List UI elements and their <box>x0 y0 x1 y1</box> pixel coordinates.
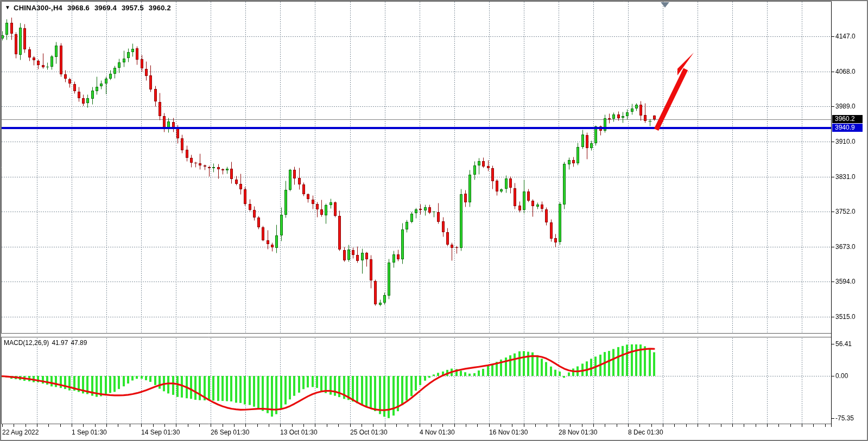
macd-axis-label: 56.41 <box>835 340 852 348</box>
chart-canvas[interactable] <box>0 0 868 441</box>
macd-axis-label: 0.00 <box>835 372 848 380</box>
ohlc-low: 3957.5 <box>122 4 144 12</box>
macd-name: MACD(12,26,9) <box>4 339 49 347</box>
time-axis-label: 25 Oct 01:30 <box>350 429 388 436</box>
time-axis-label: 1 Sep 01:30 <box>72 429 107 436</box>
macd-signal-value: 47.89 <box>71 339 87 347</box>
time-axis-label: 8 Dec 01:30 <box>628 429 663 436</box>
time-axis-label: 14 Sep 01:30 <box>141 429 180 436</box>
symbol-dropdown-icon[interactable]: ▼ <box>5 4 10 10</box>
price-axis-label: 3515.0 <box>835 313 856 321</box>
price-axis-label: 4147.0 <box>835 33 856 40</box>
chart-header: ▼ CHINA300-,H4 3968.6 3969.4 3957.5 3960… <box>5 4 171 12</box>
time-axis-label: 4 Nov 01:30 <box>420 429 455 436</box>
ohlc-close: 3960.2 <box>149 4 171 12</box>
price-axis-label: 3989.0 <box>835 103 856 110</box>
price-axis-label: 3831.0 <box>835 173 856 181</box>
time-axis-label: 28 Nov 01:30 <box>559 429 597 436</box>
price-axis-label: 3673.0 <box>835 243 856 251</box>
time-axis-label: 16 Nov 01:30 <box>489 429 528 436</box>
time-axis-label: 22 Aug 2022 <box>2 429 39 436</box>
price-axis-label: 3752.0 <box>835 208 856 215</box>
support-line-price-badge: 3940.9 <box>832 124 863 132</box>
price-axis-label: 4068.0 <box>835 68 856 75</box>
symbol-period-label: CHINA300-,H4 <box>14 4 62 12</box>
time-axis-label: 26 Sep 01:30 <box>211 429 249 436</box>
time-axis-label: 13 Oct 01:30 <box>280 429 318 436</box>
ohlc-high: 3969.4 <box>94 4 117 12</box>
ohlc-open: 3968.6 <box>67 4 90 12</box>
macd-value: 41.97 <box>52 339 68 347</box>
current-price-badge: 3960.2 <box>832 115 863 123</box>
trading-chart-window: ▼ CHINA300-,H4 3968.6 3969.4 3957.5 3960… <box>0 0 868 441</box>
macd-axis-label: -75.35 <box>835 414 854 422</box>
price-axis-label: 3594.0 <box>835 278 856 285</box>
macd-indicator-label: MACD(12,26,9) 41.97 47.89 <box>4 339 87 347</box>
price-axis-label: 3910.0 <box>835 138 856 145</box>
